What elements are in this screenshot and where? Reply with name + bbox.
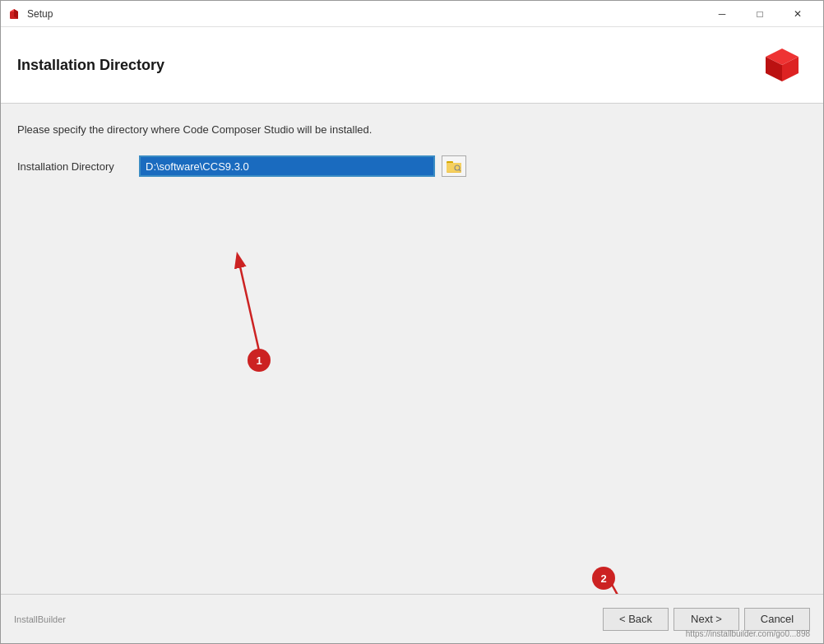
- close-button[interactable]: ✕: [779, 1, 817, 27]
- svg-rect-8: [447, 163, 461, 172]
- annotation-badge-1: 1: [248, 349, 271, 372]
- ccs-logo: [757, 40, 807, 90]
- svg-line-12: [605, 572, 677, 594]
- browse-button[interactable]: [442, 155, 466, 177]
- back-button[interactable]: < Back: [603, 608, 669, 631]
- title-bar: Setup ─ □ ✕: [1, 1, 823, 27]
- app-icon: [7, 7, 21, 21]
- title-bar-left: Setup: [7, 7, 53, 21]
- footer-brand: InstallBuilder: [14, 614, 66, 624]
- footer-buttons: < Back Next > Cancel: [603, 608, 810, 631]
- svg-line-11: [238, 256, 260, 354]
- next-button[interactable]: Next >: [674, 608, 739, 631]
- directory-input[interactable]: [139, 155, 435, 177]
- main-content: Please specify the directory where Code …: [1, 104, 823, 594]
- description-text: Please specify the directory where Code …: [17, 123, 807, 136]
- title-bar-controls: ─ □ ✕: [703, 1, 817, 27]
- maximize-button[interactable]: □: [741, 1, 779, 27]
- header-section: Installation Directory: [1, 27, 823, 104]
- folder-icon: [446, 159, 462, 174]
- minimize-button[interactable]: ─: [703, 1, 741, 27]
- annotation-arrows: [1, 104, 823, 594]
- cancel-button[interactable]: Cancel: [744, 608, 810, 631]
- dir-label: Installation Directory: [17, 160, 132, 173]
- setup-window: Setup ─ □ ✕ Installation Directory Pleas…: [0, 0, 824, 644]
- annotation-badge-2: 2: [592, 567, 615, 590]
- page-title: Installation Directory: [17, 57, 164, 74]
- form-row: Installation Directory: [17, 155, 807, 177]
- footer-url: https://installbuilder.com/go0...898: [686, 629, 810, 638]
- window-title: Setup: [27, 8, 53, 20]
